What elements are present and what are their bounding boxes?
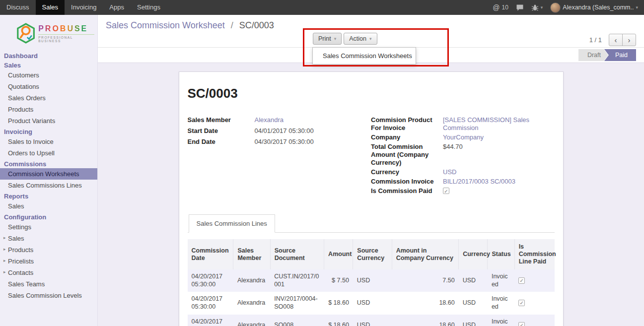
- sidebar-heading-commissions[interactable]: Commissions: [0, 159, 97, 168]
- topbar-menu-sales[interactable]: Sales: [36, 0, 65, 15]
- notebook-tabs: Sales Commission Lines: [188, 214, 555, 233]
- line-paid-checkbox[interactable]: ✓: [518, 300, 525, 306]
- sales-member-link[interactable]: Alexandra: [255, 116, 284, 124]
- debug-menu-button[interactable]: ▾: [531, 4, 543, 11]
- print-button[interactable]: Print ▾: [313, 33, 342, 45]
- col-header-sales-member[interactable]: Sales Member: [233, 239, 270, 269]
- cell-status: Invoiced: [488, 315, 514, 326]
- dropdown-item-sales-commission-worksheets[interactable]: Sales Commission Worksheets: [313, 50, 416, 62]
- sidebar-item-reports-sales[interactable]: Sales: [0, 200, 97, 212]
- user-avatar: [550, 2, 561, 13]
- action-button-label: Action: [349, 35, 366, 42]
- field-label: Commission Invoice: [371, 178, 443, 186]
- caret-down-icon: ▾: [636, 5, 638, 10]
- sidebar-item-config-sales[interactable]: ▸ Sales: [0, 233, 97, 244]
- col-header-commission-date[interactable]: Commission Date: [188, 239, 233, 269]
- messages-button[interactable]: [516, 4, 524, 11]
- sidebar-item-config-pricelists[interactable]: ▸ Pricelists: [0, 256, 97, 267]
- field-currency: Currency USD: [371, 168, 555, 176]
- sidebar-item-quotations[interactable]: Quotations: [0, 81, 97, 92]
- table-row[interactable]: 04/20/2017 05:30:00 Alexandra CUST.IN/20…: [188, 269, 555, 292]
- col-header-status[interactable]: Status: [488, 239, 514, 269]
- sidebar-item-sales-to-invoice[interactable]: Sales to Invoice: [0, 136, 97, 147]
- status-step-paid[interactable]: Paid: [604, 49, 636, 61]
- cell-sales-member: Alexandra: [233, 292, 270, 314]
- field-is-commission-paid: Is Commission Paid ✓: [371, 187, 555, 195]
- field-label: Company: [371, 133, 443, 141]
- col-header-source-currency[interactable]: Source Currency: [353, 239, 392, 269]
- checkmark-icon: ✓: [519, 278, 523, 283]
- statusbar: Draft Paid: [578, 49, 636, 61]
- topbar-menu-settings[interactable]: Settings: [131, 0, 167, 15]
- submenu-arrow-icon: ▸: [3, 258, 6, 263]
- field-end-date: End Date 04/30/2017 05:30:00: [188, 138, 371, 146]
- currency-link[interactable]: USD: [443, 168, 456, 176]
- cell-line-paid: ✓: [514, 315, 554, 326]
- table-row[interactable]: 04/20/2017 10:35:53 Alexandra SO008 $ 18…: [188, 315, 555, 326]
- line-paid-checkbox[interactable]: ✓: [518, 277, 525, 284]
- mentions-button[interactable]: @ 10: [493, 3, 508, 11]
- col-header-line-paid[interactable]: Is Commission Line Paid: [514, 239, 554, 269]
- status-step-draft[interactable]: Draft: [578, 49, 608, 61]
- breadcrumb-parent-link[interactable]: Sales Commission Worksheet: [106, 20, 225, 30]
- sidebar-item-sales-teams[interactable]: Sales Teams: [0, 278, 97, 290]
- col-header-company-amount[interactable]: Amount in Company Currency: [392, 239, 459, 269]
- cell-source-currency: USD: [353, 315, 392, 326]
- col-header-amount[interactable]: Amount: [324, 239, 353, 269]
- sidebar-item-commission-worksheets[interactable]: Commission Worksheets: [0, 168, 97, 180]
- sidebar-item-sales-orders[interactable]: Sales Orders: [0, 92, 97, 104]
- end-date-value: 04/30/2017 05:30:00: [255, 138, 314, 146]
- pager-previous-button[interactable]: ‹: [609, 34, 623, 46]
- probuse-logo[interactable]: PROBUSE PROFESSIONAL BUSINESS: [0, 15, 97, 51]
- cell-commission-date: 04/20/2017 10:35:53: [188, 315, 233, 326]
- control-panel-buttons: Print ▾ Action ▾: [313, 33, 377, 45]
- mention-count-badge: 10: [501, 4, 508, 11]
- cell-currency: USD: [459, 269, 488, 292]
- topbar-systray: @ 10 ▾ Alexandra (Sales_comm.. ▾: [493, 0, 644, 15]
- topbar-menus: Discuss Sales Invoicing Apps Settings: [0, 0, 167, 15]
- field-commission-product: Commision Product For Invoice [SALES COM…: [371, 116, 555, 132]
- cell-source-currency: USD: [353, 292, 392, 314]
- sidebar-heading-sales[interactable]: Sales: [0, 60, 97, 69]
- company-link[interactable]: YourCompany: [443, 133, 484, 141]
- sidebar-item-config-contacts[interactable]: ▸ Contacts: [0, 267, 97, 278]
- cell-source-document: CUST.IN/2017/0001: [270, 269, 324, 292]
- sidebar-item-products[interactable]: Products: [0, 104, 97, 115]
- sidebar-item-sales-commissions-lines[interactable]: Sales Commissions Lines: [0, 180, 97, 191]
- sidebar-item-sales-commission-levels[interactable]: Sales Commission Levels: [0, 290, 97, 301]
- action-button[interactable]: Action ▾: [344, 33, 377, 45]
- topbar-menu-discuss[interactable]: Discuss: [0, 0, 36, 15]
- sidebar-heading-configuration[interactable]: Configuration: [0, 212, 97, 221]
- cell-amount: $ 7.50: [324, 269, 353, 292]
- sidebar-item-customers[interactable]: Customers: [0, 69, 97, 81]
- col-header-source-document[interactable]: Source Document: [270, 239, 324, 269]
- is-commission-paid-checkbox[interactable]: ✓: [443, 188, 449, 194]
- field-sales-member: Sales Member Alexandra: [188, 116, 371, 124]
- commission-invoice-link[interactable]: BILL/2017/0003 SC/0003: [443, 178, 515, 186]
- topbar-menu-invoicing[interactable]: Invoicing: [65, 0, 103, 15]
- pager-next-button[interactable]: ›: [622, 34, 636, 46]
- print-button-label: Print: [318, 35, 331, 42]
- user-name: Alexandra (Sales_comm..: [563, 4, 634, 11]
- chat-bubble-icon: [516, 4, 524, 11]
- sidebar-item-product-variants[interactable]: Product Variants: [0, 115, 97, 127]
- table-row[interactable]: 04/20/2017 05:30:00 Alexandra INV/2017/0…: [188, 292, 555, 314]
- line-paid-checkbox[interactable]: ✓: [518, 322, 525, 326]
- sidebar-heading-dashboard[interactable]: Dashboard: [0, 51, 97, 60]
- sidebar-item-settings[interactable]: Settings: [0, 221, 97, 233]
- sidebar-item-config-products[interactable]: ▸ Products: [0, 244, 97, 256]
- checkmark-icon: ✓: [444, 189, 448, 194]
- topbar-menu-apps[interactable]: Apps: [103, 0, 131, 15]
- sidebar-heading-reports[interactable]: Reports: [0, 191, 97, 200]
- checkmark-icon: ✓: [519, 300, 523, 306]
- user-menu[interactable]: Alexandra (Sales_comm.. ▾: [550, 2, 638, 13]
- field-label: Start Date: [188, 127, 255, 135]
- sidebar-heading-invoicing[interactable]: Invoicing: [0, 127, 97, 136]
- cell-commission-date: 04/20/2017 05:30:00: [188, 269, 233, 292]
- tab-sales-commission-lines[interactable]: Sales Commission Lines: [189, 214, 275, 233]
- cell-sales-member: Alexandra: [233, 269, 270, 292]
- commission-product-link[interactable]: [SALES COMMISSION] Sales Commission: [443, 116, 555, 132]
- col-header-currency[interactable]: Currency: [459, 239, 488, 269]
- field-company: Company YourCompany: [371, 133, 555, 141]
- sidebar-item-orders-to-upsell[interactable]: Orders to Upsell: [0, 147, 97, 159]
